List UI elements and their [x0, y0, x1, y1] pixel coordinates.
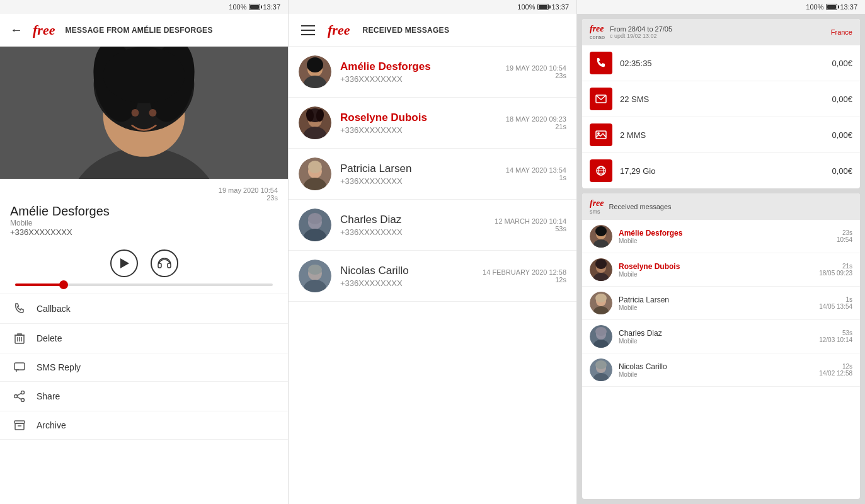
svg-point-6: [103, 47, 185, 103]
free-logo-detail: free: [33, 22, 55, 38]
message-sender-3: Charles Diaz: [340, 214, 486, 226]
message-item-1[interactable]: Roselyne Dubois +336XXXXXXXX 18 MAY 2020…: [289, 98, 576, 149]
calls-icon-box: [590, 52, 612, 74]
recv-meta-3: 53s 12/03 10:14: [819, 329, 852, 343]
status-bar-1: 100% 13:37: [0, 0, 289, 14]
back-button[interactable]: ←: [10, 23, 23, 37]
hamburger-menu[interactable]: [301, 25, 315, 35]
avatar-4: [299, 260, 331, 292]
message-sender-1: Roselyne Dubois: [340, 112, 497, 124]
action-callback[interactable]: Callback: [0, 294, 288, 324]
contact-date: 19 may 2020 10:54 23s: [10, 186, 278, 202]
headphone-button[interactable]: [151, 249, 178, 277]
contact-number: +336XXXXXXXX: [10, 227, 278, 237]
list-header: free RECEIVED MESSAGES: [289, 14, 576, 47]
progress-fill: [15, 284, 62, 286]
sms-reply-label: SMS Reply: [37, 362, 81, 372]
share-icon: [13, 391, 26, 402]
message-body-2: Patricia Larsen +336XXXXXXXX: [340, 163, 497, 186]
time-1: 13:37: [263, 3, 280, 11]
recv-meta-1: 21s 18/05 09:23: [819, 263, 852, 277]
battery-percent-3: 100%: [806, 3, 823, 11]
recv-subtitle: sms: [590, 209, 604, 215]
recv-item-2[interactable]: Patricia Larsen Mobile 1s 14/05 13:54: [582, 287, 860, 320]
stats-update: c updt 19/02 13:02: [610, 33, 826, 39]
recv-type-1: Mobile: [619, 271, 813, 278]
message-item-3[interactable]: Charles Diaz +336XXXXXXXX 12 MARCH 2020 …: [289, 200, 576, 251]
message-item-2[interactable]: Patricia Larsen +336XXXXXXXX 14 MAY 2020…: [289, 149, 576, 200]
recv-body-3: Charles Diaz Mobile: [619, 329, 813, 345]
panel-detail: ← free MESSAGE FROM AMÉLIE DESFORGES: [0, 14, 289, 504]
recv-type-0: Mobile: [619, 238, 830, 244]
recv-item-1[interactable]: Roselyne Dubois Mobile 21s 18/05 09:23: [582, 253, 860, 287]
recv-body-0: Amélie Desforges Mobile: [619, 229, 830, 244]
stats-row-calls: 02:35:35 0,00€: [582, 45, 860, 81]
panel-stats: free conso From 28/04 to 27/05 c updt 19…: [577, 14, 865, 504]
detail-header: ← free MESSAGE FROM AMÉLIE DESFORGES: [0, 14, 288, 47]
sms-label: 22 SMS: [620, 94, 824, 104]
contact-photo: [0, 47, 288, 179]
play-button[interactable]: [110, 249, 138, 277]
recv-avatar-1: [590, 258, 612, 281]
recv-type-2: Mobile: [619, 304, 813, 311]
svg-line-18: [17, 397, 21, 399]
mms-value: 0,00€: [832, 130, 852, 140]
avatar-2: [299, 158, 331, 190]
delete-icon: [13, 333, 26, 344]
battery-percent-2: 100%: [517, 3, 535, 11]
svg-point-7: [132, 109, 139, 117]
status-bar-2: 100% 13:37: [289, 0, 577, 14]
message-item-0[interactable]: Amélie Desforges +336XXXXXXXX 19 MAY 202…: [289, 47, 576, 98]
battery-icon-2: [537, 4, 549, 10]
callback-label: Callback: [37, 304, 71, 314]
contact-type: Mobile: [10, 219, 278, 227]
avatar-0: [299, 55, 331, 88]
message-sender-2: Patricia Larsen: [340, 163, 497, 175]
recv-item-0[interactable]: Amélie Desforges Mobile 23s 10:54: [582, 220, 860, 253]
panels: ← free MESSAGE FROM AMÉLIE DESFORGES: [0, 14, 865, 504]
recv-item-3[interactable]: Charles Diaz Mobile 53s 12/03 10:14: [582, 320, 860, 353]
stats-row-mms: 2 MMS 0,00€: [582, 117, 860, 153]
svg-point-38: [308, 213, 322, 224]
avatar-1: [299, 106, 331, 139]
recv-meta-2: 1s 14/05 13:54: [819, 296, 852, 310]
action-delete[interactable]: Delete: [0, 324, 288, 353]
message-meta-4: 14 FEBRUARY 2020 12:58 12s: [483, 268, 566, 284]
recv-avatar-2: [590, 292, 612, 314]
recv-type-4: Mobile: [619, 371, 813, 378]
recv-name-3: Charles Diaz: [619, 329, 813, 338]
recv-card-header: free sms Received messages: [582, 193, 860, 220]
message-sender-4: Nicolas Carillo: [340, 265, 474, 277]
archive-label: Archive: [37, 420, 66, 430]
free-logo-recv: free sms: [590, 198, 604, 215]
message-meta-2: 14 MAY 2020 13:54 1s: [506, 166, 566, 181]
hamburger-line-2: [301, 30, 315, 31]
recv-meta-0: 23s 10:54: [837, 229, 852, 243]
svg-point-58: [595, 259, 607, 269]
stats-period: From 28/04 to 27/05: [610, 25, 826, 33]
sms-icon-box: [590, 88, 612, 110]
stats-row-data: 17,29 Gio 0,00€: [582, 153, 860, 188]
recv-name-4: Nicolas Carillo: [619, 362, 813, 371]
battery-icon-3: [826, 4, 837, 10]
message-item-4[interactable]: Nicolas Carillo +336XXXXXXXX 14 FEBRUARY…: [289, 251, 576, 302]
recv-body-4: Nicolas Carillo Mobile: [619, 362, 813, 378]
detail-header-title: MESSAGE FROM AMÉLIE DESFORGES: [65, 26, 212, 35]
stats-card-header: free conso From 28/04 to 27/05 c updt 19…: [582, 19, 860, 45]
battery-percent-1: 100%: [229, 3, 246, 11]
recv-body-1: Roselyne Dubois Mobile: [619, 262, 813, 278]
recv-type-3: Mobile: [619, 338, 813, 345]
message-body-4: Nicolas Carillo +336XXXXXXXX: [340, 265, 474, 288]
recv-avatar-4: [590, 358, 612, 381]
action-sms-reply[interactable]: SMS Reply: [0, 353, 288, 382]
message-number-2: +336XXXXXXXX: [340, 176, 497, 186]
message-number-0: +336XXXXXXXX: [340, 74, 497, 84]
action-archive[interactable]: Archive: [0, 411, 288, 440]
status-bar-3: 100% 13:37: [577, 0, 865, 14]
archive-icon: [13, 420, 26, 430]
recv-name-2: Patricia Larsen: [619, 295, 813, 304]
action-share[interactable]: Share: [0, 382, 288, 411]
svg-point-24: [307, 57, 323, 72]
progress-bar[interactable]: [15, 284, 273, 286]
recv-item-4[interactable]: Nicolas Carillo Mobile 12s 14/02 12:58: [582, 353, 860, 387]
